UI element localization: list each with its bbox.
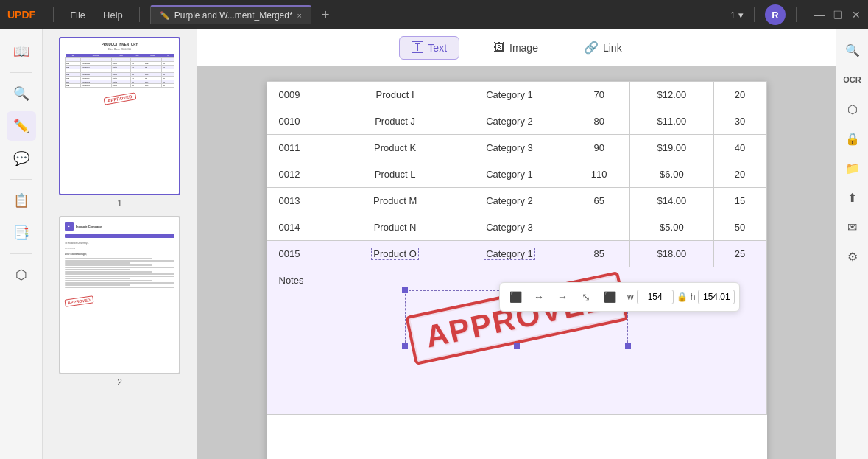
- menu-file[interactable]: File: [64, 7, 91, 24]
- cell-category: Category 3: [451, 214, 568, 241]
- sidebar-icon-pages[interactable]: 📋: [7, 186, 36, 215]
- right-icon-upload[interactable]: ⬆: [839, 184, 866, 211]
- cell-qty: 110: [568, 161, 630, 188]
- cell-category: Category 1: [451, 161, 568, 188]
- sidebar-sep2: [10, 179, 32, 180]
- cell-product: Product N: [339, 214, 451, 241]
- cell-col6: 30: [713, 108, 766, 135]
- left-sidebar: 📖 🔍 ✏️ 💬 📋 📑 ⬡: [0, 29, 43, 459]
- thumb-img-1: PRODUCT INVENTORY Date: March 2024-2025 …: [59, 37, 180, 195]
- cell-col6: 15: [713, 188, 766, 214]
- cell-product: Product K: [339, 135, 451, 161]
- table-row: 0013 Product M Category 2 65 $14.00 15: [267, 188, 766, 214]
- lock-icon: 🔒: [677, 292, 688, 302]
- float-toolbar: ⬛ ↔ → ⤡ ⬛ w 🔒 h: [499, 282, 740, 312]
- cell-category: Category 1: [451, 82, 568, 108]
- main-layout: 📖 🔍 ✏️ 💬 📋 📑 ⬡ PRODUCT INVENTORY Date: M…: [0, 29, 868, 459]
- width-input[interactable]: [637, 290, 674, 304]
- active-tab[interactable]: ✏️ Purple and W...ment_Merged* ×: [150, 5, 311, 24]
- cell-id: 0015: [267, 241, 339, 267]
- thumbnail-page-1[interactable]: PRODUCT INVENTORY Date: March 2024-2025 …: [50, 37, 189, 209]
- text-tool-icon: 🅃: [412, 41, 423, 55]
- float-btn-export[interactable]: →: [551, 286, 574, 308]
- cell-price: $11.00: [630, 108, 714, 135]
- sidebar-icon-more[interactable]: ⬡: [7, 260, 36, 290]
- height-input[interactable]: [698, 290, 735, 304]
- sidebar-icon-comment[interactable]: 💬: [7, 144, 36, 173]
- cell-qty: [568, 214, 630, 241]
- close-btn[interactable]: ✕: [852, 9, 861, 21]
- float-btn-2[interactable]: ↔: [528, 286, 550, 308]
- image-tool-btn[interactable]: 🖼 Image: [481, 37, 550, 59]
- sep4: [796, 7, 797, 22]
- table-row: 0009 Product I Category 1 70 $12.00 20: [267, 82, 766, 108]
- cell-price: $6.00: [630, 161, 714, 188]
- titlebar: UPDF File Help ✏️ Purple and W...ment_Me…: [0, 0, 868, 29]
- doc-view[interactable]: 0009 Product I Category 1 70 $12.00 20 0…: [197, 66, 836, 459]
- cell-col6: 25: [713, 241, 766, 267]
- page-number: 1: [730, 10, 735, 21]
- cell-category: Category 1: [451, 241, 568, 267]
- link-tool-btn[interactable]: 🔗 Link: [572, 36, 634, 59]
- user-avatar[interactable]: R: [765, 4, 786, 25]
- image-tool-label: Image: [509, 42, 538, 54]
- table-row: 0014 Product N Category 3 $5.00 50: [267, 214, 766, 241]
- notes-label: Notes: [279, 275, 304, 286]
- right-icon-folder[interactable]: 📁: [839, 155, 866, 181]
- cell-price: $18.00: [630, 241, 714, 267]
- table-row: 0011 Product K Category 3 90 $19.00 40: [267, 135, 766, 161]
- text-tool-btn[interactable]: 🅃 Text: [399, 36, 459, 60]
- cell-product: Product M: [339, 188, 451, 214]
- thumb-label-1: 1: [117, 198, 122, 209]
- new-tab-btn[interactable]: +: [317, 6, 334, 24]
- edit-toolbar: 🅃 Text 🖼 Image 🔗 Link: [197, 29, 836, 66]
- sep2: [139, 7, 140, 22]
- user-initial: R: [772, 10, 778, 21]
- thumbnail-page-2[interactable]: ▪ Ingoude Company To: Robotics Universit…: [50, 216, 189, 388]
- right-icon-lock[interactable]: 🔒: [839, 125, 866, 152]
- window-controls: — ❑ ✕: [814, 9, 861, 21]
- cell-col6: 40: [713, 135, 766, 161]
- float-btn-more[interactable]: ⬛: [599, 286, 621, 308]
- sidebar-icon-read[interactable]: 📖: [7, 37, 36, 66]
- cell-product: Product J: [339, 108, 451, 135]
- right-icon-layout[interactable]: ⬡: [839, 96, 866, 122]
- thumb-img-2: ▪ Ingoude Company To: Robotics Universit…: [59, 216, 180, 374]
- float-btn-1[interactable]: ⬛: [504, 286, 526, 308]
- cell-id: 0012: [267, 161, 339, 188]
- sidebar-sep1: [10, 72, 32, 73]
- right-icon-search[interactable]: 🔍: [839, 37, 866, 63]
- cell-id: 0013: [267, 188, 339, 214]
- cell-product: Product L: [339, 161, 451, 188]
- height-label: h: [691, 292, 696, 302]
- cell-id: 0011: [267, 135, 339, 161]
- cell-price: $19.00: [630, 135, 714, 161]
- cell-qty: 90: [568, 135, 630, 161]
- cell-qty: 70: [568, 82, 630, 108]
- right-icon-ocr[interactable]: OCR: [839, 66, 866, 93]
- minimize-btn[interactable]: —: [814, 9, 825, 21]
- sidebar-icon-search[interactable]: 🔍: [7, 79, 36, 108]
- sidebar-icon-export[interactable]: 📑: [7, 218, 36, 248]
- float-sep: [624, 290, 624, 304]
- table-row: 0012 Product L Category 1 110 $6.00 20: [267, 161, 766, 188]
- sidebar-sep3: [10, 253, 32, 254]
- float-btn-crop[interactable]: ⤡: [575, 286, 597, 308]
- tab-close-btn[interactable]: ×: [297, 11, 302, 20]
- cell-product: Product O: [339, 241, 451, 267]
- right-icon-settings[interactable]: ⚙: [839, 243, 866, 270]
- cell-col6: 50: [713, 214, 766, 241]
- doc-page: 0009 Product I Category 1 70 $12.00 20 0…: [267, 81, 767, 459]
- sidebar-icon-edit[interactable]: ✏️: [7, 111, 36, 141]
- editor-area: 🅃 Text 🖼 Image 🔗 Link 0009 Product I Cat…: [197, 29, 836, 459]
- right-icon-mail[interactable]: ✉: [839, 214, 866, 240]
- cell-price: $14.00: [630, 188, 714, 214]
- maximize-btn[interactable]: ❑: [833, 9, 843, 21]
- thumb-label-2: 2: [117, 377, 122, 388]
- menu-help[interactable]: Help: [97, 7, 129, 24]
- cell-id: 0014: [267, 214, 339, 241]
- cell-category: Category 2: [451, 188, 568, 214]
- page-arrow-icon[interactable]: ▾: [738, 10, 744, 21]
- cell-col6: 20: [713, 161, 766, 188]
- cell-category: Category 2: [451, 108, 568, 135]
